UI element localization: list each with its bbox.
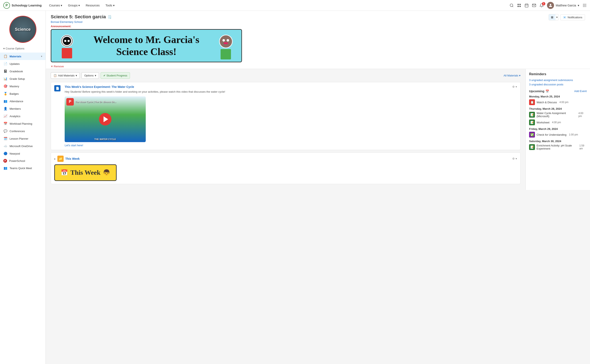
event-title[interactable]: Water Cycle Assignment (Microsoft) — [537, 111, 576, 118]
sidebar-item-teams-quick-meet[interactable]: 👥 Teams Quick Meet — [0, 164, 46, 172]
course-logo: Science — [0, 14, 46, 46]
sidebar-item-lesson-planner[interactable]: 🗓️ Lesson Planner — [0, 135, 46, 142]
event-title[interactable]: Watch & Discuss — [537, 101, 557, 104]
course-settings-icon[interactable]: 🗒️ — [107, 15, 112, 19]
sidebar-nav: 📋 Materials ▾ 📄 Updates 📓 Gradebook 📊 Gr… — [0, 52, 46, 172]
event-icon: 📝 — [529, 112, 535, 117]
upcoming-item: 📝 Water Cycle Assignment (Microsoft) 4:0… — [529, 111, 587, 118]
dropdown-icon[interactable]: ▾ — [556, 14, 558, 20]
event-icon: 📝 — [529, 119, 535, 125]
nav-groups[interactable]: Groups — [66, 2, 82, 8]
upcoming-item: 📝 Enrichment Activity: pH Scale Experime… — [529, 144, 587, 150]
apps-grid-button[interactable] — [517, 3, 521, 7]
upcoming-header: Upcoming 📅 Add Event — [529, 89, 587, 93]
header-actions: ⊞ ▾ 📧 Notifications — [549, 14, 585, 20]
sidebar-item-label: Lesson Planner — [10, 137, 42, 140]
all-materials-button[interactable]: All Materials — [504, 74, 521, 77]
sidebar-item-nearpod[interactable]: 🔵 Nearpod — [0, 150, 46, 157]
video-play-button[interactable] — [99, 113, 111, 125]
sidebar-item-badges[interactable]: 🏅 Badges — [0, 90, 46, 98]
chevron-down-icon — [516, 85, 517, 88]
upcoming-title: Upcoming — [529, 89, 544, 93]
event-icon: 📝 — [529, 144, 535, 150]
ungraded-assignments-link[interactable]: 3 ungraded assignment submissions — [529, 78, 587, 82]
sidebar-item-label: Materials — [10, 55, 39, 58]
app-logo[interactable]: P Schoology Learning — [3, 2, 42, 9]
sidebar-item-analytics[interactable]: 📈 Analytics — [0, 112, 46, 120]
sidebar-item-mastery[interactable]: 🎯 Mastery — [0, 83, 46, 90]
upcoming-date: Friday, March 29, 2024 — [529, 127, 587, 130]
sidebar-item-microsoft-onedrive[interactable]: ☁️ Microsoft OneDrive — [0, 142, 46, 150]
material-title[interactable]: This Week's Science Experiment: The Wate… — [65, 85, 225, 89]
notifications-button[interactable]: 📧 Notifications — [560, 14, 585, 20]
chevron-down-icon — [519, 74, 521, 77]
event-time: 1:59 am — [579, 144, 587, 150]
lesson-planner-icon: 🗓️ — [3, 136, 7, 141]
sidebar-item-materials[interactable]: 📋 Materials ▾ — [0, 52, 46, 60]
sidebar-item-workload-planning[interactable]: 📅 Workload Planning — [0, 120, 46, 127]
video-thumbnail[interactable]: P The Water Cycle | The Dr. Binocs Sh...… — [65, 96, 146, 142]
nav-courses[interactable]: Courses — [46, 2, 65, 8]
options-button[interactable]: Options — [81, 72, 99, 79]
sidebar-item-conferences[interactable]: 💬 Conferences — [0, 127, 46, 135]
chevron-down-icon — [95, 74, 96, 77]
event-title[interactable]: Check for Understanding — [537, 133, 566, 136]
materials-icon: 📋 — [3, 54, 7, 58]
ungraded-discussions-link[interactable]: 3 ungraded discussion posts — [529, 83, 587, 86]
grid-view-button[interactable]: ⊞ — [549, 14, 556, 20]
character-icon: 👦 — [103, 169, 110, 176]
this-week-banner: 📅 This Week 👦 — [54, 164, 117, 181]
search-button[interactable] — [510, 3, 514, 7]
event-title[interactable]: Worksheet — [537, 121, 550, 124]
course-title: Science 5: Section garcia 🗒️ — [51, 14, 112, 20]
course-options-button[interactable]: ▾ Course Options — [0, 46, 46, 52]
student-progress-button[interactable]: ✔ Student Progress — [101, 72, 130, 79]
sidebar-item-members[interactable]: 👤 Members — [0, 105, 46, 112]
notifications-button[interactable]: 1 — [539, 3, 544, 7]
video-subtitle: THE WATER CYCLE — [66, 138, 144, 140]
sidebar-item-gradebook[interactable]: 📓 Gradebook — [0, 67, 46, 75]
material-item: 📄 This Week's Science Experiment: The Wa… — [51, 82, 521, 150]
svg-point-15 — [583, 5, 584, 6]
calendar-button[interactable] — [524, 3, 529, 7]
user-menu[interactable]: Matthew Garcia — [547, 2, 579, 9]
folder-icon: 📁 — [57, 156, 64, 162]
main-layout: Science ▾ Course Options 📋 Materials ▾ 📄… — [0, 11, 590, 364]
upcoming-item: 📋 Watch & Discuss 4:00 pm — [529, 99, 587, 105]
sidebar-item-label: Gradebook — [10, 70, 42, 73]
folder-title[interactable]: This Week — [65, 157, 80, 160]
powerschool-icon: P — [3, 159, 7, 163]
nav-links: Courses Groups Resources Tools — [46, 2, 117, 8]
sidebar-item-grade-setup[interactable]: 📊 Grade Setup — [0, 75, 46, 83]
add-materials-button[interactable]: 📋 Add Materials — [51, 72, 80, 79]
sidebar-item-attendance[interactable]: 👥 Attendance — [0, 98, 46, 105]
sidebar-item-label: Analytics — [10, 115, 42, 118]
sidebar: Science ▾ Course Options 📋 Materials ▾ 📄… — [0, 11, 46, 364]
add-event-button[interactable]: Add Event — [574, 90, 587, 93]
nav-resources[interactable]: Resources — [83, 2, 102, 8]
sidebar-item-updates[interactable]: 📄 Updates — [0, 60, 46, 67]
mastery-icon: 🎯 — [3, 84, 7, 88]
course-school[interactable]: Bonsai Elementary School — [51, 20, 112, 24]
onedrive-icon: ☁️ — [3, 144, 7, 148]
chevron-down-icon: ▾ — [3, 47, 5, 50]
sidebar-item-label: Grade Setup — [10, 77, 42, 80]
folder-expand-icon[interactable] — [54, 157, 56, 160]
svg-point-19 — [584, 6, 585, 7]
svg-rect-6 — [525, 4, 528, 7]
event-time: 4:00 pm — [578, 112, 587, 117]
material-gear-button[interactable]: ⚙ — [512, 85, 517, 88]
event-title[interactable]: Enrichment Activity: pH Scale Experiment — [537, 144, 577, 150]
upcoming-item: ✅ Check for Understanding 1:00 pm — [529, 132, 587, 137]
svg-point-18 — [583, 6, 584, 7]
notification-icon: 📧 — [563, 16, 566, 19]
folder-gear-button[interactable]: ⚙ — [512, 157, 517, 160]
remove-button[interactable]: ✕ Remove — [51, 64, 585, 69]
nav-tools[interactable]: Tools — [103, 2, 117, 8]
sidebar-item-powerschool[interactable]: P PowerSchool — [0, 157, 46, 164]
mail-button[interactable] — [532, 3, 536, 7]
waffle-menu-button[interactable] — [583, 3, 587, 7]
let-start-link[interactable]: Let's start here! — [65, 144, 225, 147]
upcoming-date: Thursday, March 28, 2024 — [529, 107, 587, 110]
avatar — [547, 2, 554, 9]
